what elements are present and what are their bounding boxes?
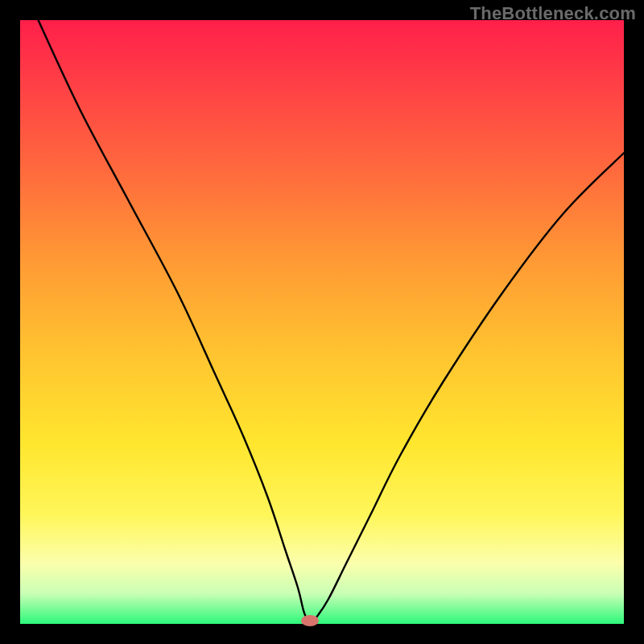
bottleneck-curve <box>39 20 625 624</box>
plot-area <box>20 20 624 624</box>
chart-frame: TheBottleneck.com <box>0 0 644 644</box>
chart-svg <box>20 20 624 624</box>
minimum-marker <box>301 615 319 626</box>
